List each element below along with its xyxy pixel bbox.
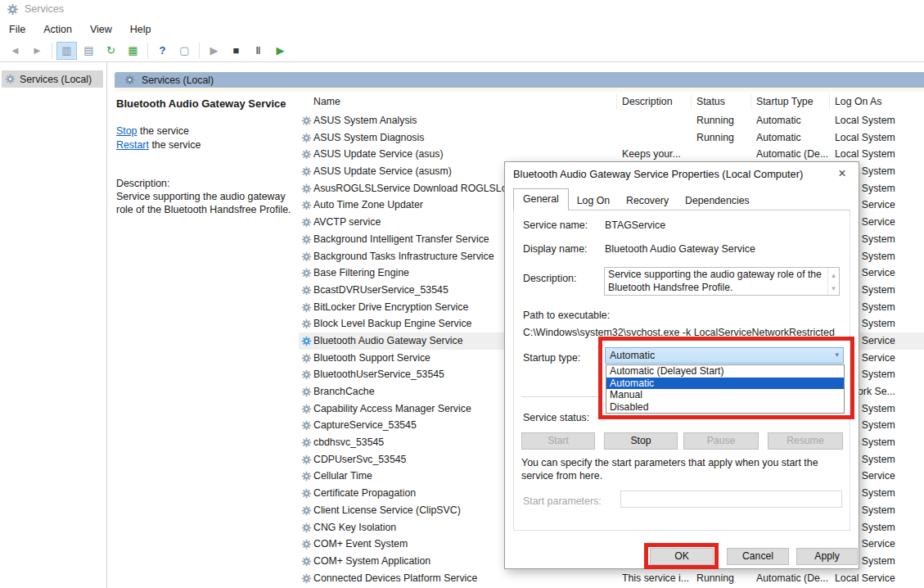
restart-link-suffix: the service — [149, 139, 201, 151]
service-startup-type: Automatic — [756, 115, 832, 126]
service-status-label: Service status: — [523, 412, 589, 423]
services-window: { "window": { "title": "Services" }, "me… — [0, 0, 924, 588]
cancel-button[interactable]: Cancel — [727, 548, 789, 565]
stop-button[interactable]: Stop — [604, 432, 678, 450]
service-gear-icon — [301, 115, 312, 126]
toolbar: ◄ ► ▥ ▤ ↻ ▦ ? ▢ ▶ ■ Ⅱ ▶ — [0, 39, 924, 62]
service-gear-icon — [301, 505, 312, 516]
service-name-value: BTAGService — [605, 219, 665, 231]
start-button: Start — [521, 432, 595, 450]
service-gear-icon — [301, 539, 312, 550]
help-icon[interactable]: ? — [152, 42, 173, 60]
display-name-label: Display name: — [523, 243, 588, 255]
service-gear-icon — [301, 522, 312, 533]
service-description: Keeps your... — [622, 148, 691, 160]
forward-icon[interactable]: ► — [27, 42, 47, 60]
tree-item-services-local[interactable]: Services (Local) — [2, 70, 103, 88]
group-separator — [521, 396, 599, 397]
menu-help[interactable]: Help — [121, 20, 160, 38]
tab-recovery[interactable]: Recovery — [618, 192, 677, 210]
service-gear-icon — [301, 471, 312, 482]
tab-dependencies[interactable]: Dependencies — [677, 192, 758, 210]
console-tree: Services (Local) — [0, 62, 107, 588]
panel-header: Services (Local) — [115, 72, 924, 88]
service-status: Running — [696, 115, 754, 126]
start-parameters-hint: You can specify the start parameters tha… — [521, 457, 850, 482]
scroll-up-icon[interactable]: ▲ — [831, 269, 837, 283]
service-gear-icon — [301, 404, 312, 414]
table-row[interactable]: ASUS System Analysis Running Automatic L… — [299, 112, 924, 129]
column-separator[interactable] — [829, 94, 830, 110]
column-header-status[interactable]: Status — [696, 96, 725, 107]
restart-service-link[interactable]: Restart — [116, 139, 149, 151]
service-gear-icon — [301, 353, 312, 364]
menu-file[interactable]: File — [0, 20, 34, 38]
service-action-links: Stop the service Restart the service — [116, 124, 298, 152]
toolbar-separator — [147, 43, 148, 59]
service-gear-icon — [301, 251, 312, 262]
refresh-icon[interactable]: ↻ — [101, 42, 121, 60]
window-titlebar: Services — [0, 0, 924, 20]
service-gear-icon — [301, 387, 312, 397]
stop-service-icon[interactable]: ■ — [226, 42, 246, 60]
service-gear-icon — [301, 556, 312, 567]
table-row[interactable]: ASUS System Diagnosis Running Automatic … — [299, 129, 924, 147]
textarea-scrollbar[interactable]: ▲▼ — [827, 268, 839, 295]
service-gear-icon — [301, 234, 312, 245]
tab-log-on[interactable]: Log On — [569, 192, 618, 210]
column-header-description[interactable]: Description — [622, 96, 673, 107]
window-title: Services — [25, 3, 64, 15]
stop-service-link[interactable]: Stop — [116, 125, 137, 137]
service-name-label: Service name: — [523, 219, 588, 231]
service-gear-icon — [301, 455, 312, 465]
pause-service-icon[interactable]: Ⅱ — [248, 42, 268, 60]
list-header: Name Description Status Startup Type Log… — [299, 92, 924, 112]
close-icon[interactable]: × — [834, 165, 850, 182]
description-textarea[interactable]: Service supporting the audio gateway rol… — [604, 267, 840, 296]
back-icon[interactable]: ◄ — [5, 42, 25, 60]
table-row[interactable]: ASUS Update Service (asus) Keeps your...… — [299, 146, 924, 163]
description-label: Description: — [116, 178, 298, 189]
service-startup-type: Automatic (De... — [756, 572, 832, 584]
show-console-tree-icon[interactable]: ▥ — [56, 42, 77, 60]
tab-general[interactable]: General — [513, 188, 569, 210]
service-gear-icon — [301, 302, 312, 313]
service-gear-icon — [301, 369, 312, 380]
services-icon — [5, 74, 16, 84]
apply-button[interactable]: Apply — [796, 548, 858, 565]
stop-link-suffix: the service — [137, 125, 189, 137]
service-gear-icon — [301, 573, 312, 584]
service-logon-as: Local Service — [835, 572, 924, 584]
service-startup-type: Automatic (De... — [756, 148, 832, 160]
column-header-name[interactable]: Name — [313, 96, 340, 107]
column-header-logon-as[interactable]: Log On As — [835, 96, 881, 107]
resume-button: Resume — [768, 432, 843, 450]
description-text: Service supporting the audio gateway rol… — [116, 190, 295, 216]
app-icon — [7, 3, 17, 14]
toolbar-separator — [199, 43, 200, 59]
service-status: Running — [696, 572, 754, 584]
column-header-startup-type[interactable]: Startup Type — [756, 96, 814, 107]
dialog-tabs: General Log On Recovery Dependencies — [513, 190, 850, 210]
annotation-box-startup-dropdown — [598, 337, 854, 419]
restart-service-icon[interactable]: ▶ — [270, 42, 291, 60]
scroll-down-icon[interactable]: ▼ — [831, 283, 837, 296]
menu-view[interactable]: View — [81, 20, 121, 38]
export-list-icon[interactable]: ▦ — [123, 42, 143, 60]
properties-dialog: Bluetooth Audio Gateway Service Properti… — [504, 161, 859, 569]
service-gear-icon — [301, 420, 312, 431]
properties-icon[interactable]: ▤ — [79, 42, 99, 60]
tree-item-label: Services (Local) — [20, 74, 92, 85]
table-row[interactable]: Connected Devices Platform Service This … — [299, 570, 924, 587]
service-logon-as: Local System — [835, 115, 924, 126]
service-gear-icon — [301, 166, 312, 177]
column-separator[interactable] — [691, 94, 692, 110]
extended-view-icon[interactable]: ▢ — [174, 42, 195, 60]
service-gear-icon — [301, 133, 312, 143]
column-separator[interactable] — [750, 94, 751, 110]
service-gear-icon — [301, 217, 312, 228]
description-text: Service supporting the audio gateway rol… — [608, 269, 822, 293]
menu-bar: File Action View Help — [0, 20, 924, 39]
menu-action[interactable]: Action — [34, 20, 81, 38]
column-separator[interactable] — [616, 94, 617, 110]
